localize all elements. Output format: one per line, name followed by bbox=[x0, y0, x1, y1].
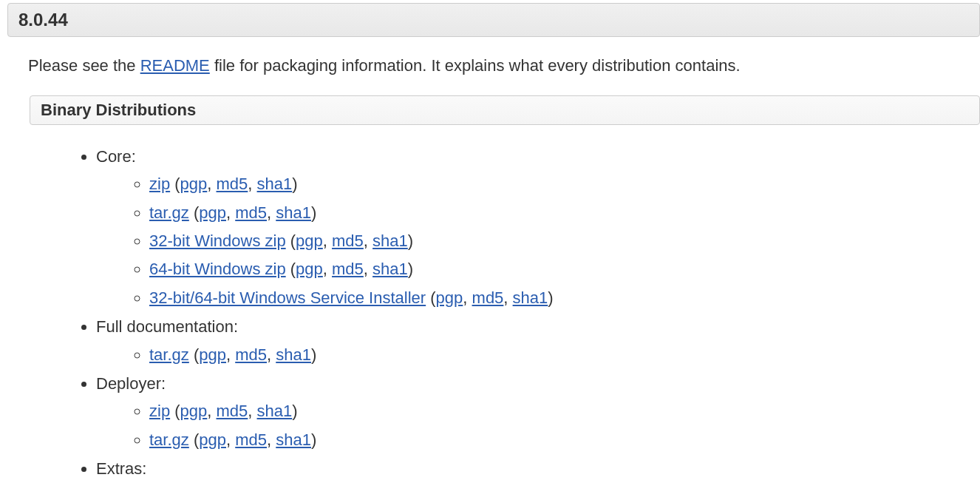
download-item: 32-bit/64-bit Windows Service Installer … bbox=[149, 284, 980, 311]
download-item: zip (pgp, md5, sha1) bbox=[149, 170, 980, 197]
category-item: Full documentation:tar.gz (pgp, md5, sha… bbox=[96, 313, 980, 368]
category-item: Extras: bbox=[96, 455, 980, 482]
intro-paragraph: Please see the README file for packaging… bbox=[0, 37, 980, 95]
category-list: Core:zip (pgp, md5, sha1)tar.gz (pgp, md… bbox=[30, 143, 980, 483]
pgp-link[interactable]: pgp bbox=[436, 288, 463, 307]
download-link[interactable]: tar.gz bbox=[149, 203, 189, 222]
version-header: 8.0.44 bbox=[7, 3, 980, 37]
pgp-link[interactable]: pgp bbox=[296, 260, 323, 278]
md5-link[interactable]: md5 bbox=[332, 232, 364, 250]
md5-link[interactable]: md5 bbox=[235, 430, 267, 449]
md5-link[interactable]: md5 bbox=[217, 402, 248, 420]
download-link[interactable]: 32-bit Windows zip bbox=[149, 232, 286, 250]
category-label: Full documentation: bbox=[96, 317, 238, 336]
download-link[interactable]: 32-bit/64-bit Windows Service Installer bbox=[149, 288, 426, 307]
md5-link[interactable]: md5 bbox=[235, 345, 267, 364]
binary-distributions-text: Binary Distributions bbox=[41, 101, 196, 119]
pgp-link[interactable]: pgp bbox=[199, 203, 226, 222]
sha1-link[interactable]: sha1 bbox=[257, 175, 293, 193]
binary-distributions-header: Binary Distributions bbox=[30, 95, 980, 125]
category-label: Core: bbox=[96, 147, 136, 166]
md5-link[interactable]: md5 bbox=[217, 175, 248, 193]
download-list: zip (pgp, md5, sha1)tar.gz (pgp, md5, sh… bbox=[96, 397, 980, 453]
version-text: 8.0.44 bbox=[18, 10, 68, 30]
md5-link[interactable]: md5 bbox=[472, 288, 504, 307]
download-link[interactable]: tar.gz bbox=[149, 345, 189, 364]
md5-link[interactable]: md5 bbox=[332, 260, 364, 278]
sha1-link[interactable]: sha1 bbox=[276, 345, 311, 364]
download-item: 64-bit Windows zip (pgp, md5, sha1) bbox=[149, 255, 980, 283]
download-list: tar.gz (pgp, md5, sha1) bbox=[96, 341, 980, 368]
download-item: zip (pgp, md5, sha1) bbox=[149, 397, 980, 425]
category-item: Core:zip (pgp, md5, sha1)tar.gz (pgp, md… bbox=[96, 143, 980, 311]
intro-suffix: file for packaging information. It expla… bbox=[210, 56, 741, 75]
download-link[interactable]: tar.gz bbox=[149, 430, 189, 449]
pgp-link[interactable]: pgp bbox=[199, 345, 226, 364]
category-label: Extras: bbox=[96, 459, 146, 478]
readme-link[interactable]: README bbox=[140, 56, 210, 75]
download-list: zip (pgp, md5, sha1)tar.gz (pgp, md5, sh… bbox=[96, 170, 980, 311]
pgp-link[interactable]: pgp bbox=[180, 402, 208, 420]
download-item: tar.gz (pgp, md5, sha1) bbox=[149, 199, 980, 226]
download-link[interactable]: 64-bit Windows zip bbox=[149, 260, 286, 278]
intro-prefix: Please see the bbox=[28, 56, 140, 75]
download-link[interactable]: zip bbox=[149, 175, 170, 193]
pgp-link[interactable]: pgp bbox=[180, 175, 208, 193]
sha1-link[interactable]: sha1 bbox=[257, 402, 293, 420]
sha1-link[interactable]: sha1 bbox=[372, 260, 408, 278]
sha1-link[interactable]: sha1 bbox=[372, 232, 408, 250]
sha1-link[interactable]: sha1 bbox=[276, 430, 311, 449]
download-item: 32-bit Windows zip (pgp, md5, sha1) bbox=[149, 227, 980, 254]
download-link[interactable]: zip bbox=[149, 402, 170, 420]
download-item: tar.gz (pgp, md5, sha1) bbox=[149, 426, 980, 453]
sha1-link[interactable]: sha1 bbox=[276, 203, 311, 222]
pgp-link[interactable]: pgp bbox=[296, 232, 323, 250]
pgp-link[interactable]: pgp bbox=[199, 430, 226, 449]
distributions-content: Core:zip (pgp, md5, sha1)tar.gz (pgp, md… bbox=[0, 125, 980, 483]
category-item: Deployer:zip (pgp, md5, sha1)tar.gz (pgp… bbox=[96, 370, 980, 453]
download-item: tar.gz (pgp, md5, sha1) bbox=[149, 341, 980, 368]
md5-link[interactable]: md5 bbox=[235, 203, 267, 222]
category-label: Deployer: bbox=[96, 374, 166, 393]
sha1-link[interactable]: sha1 bbox=[513, 288, 548, 307]
